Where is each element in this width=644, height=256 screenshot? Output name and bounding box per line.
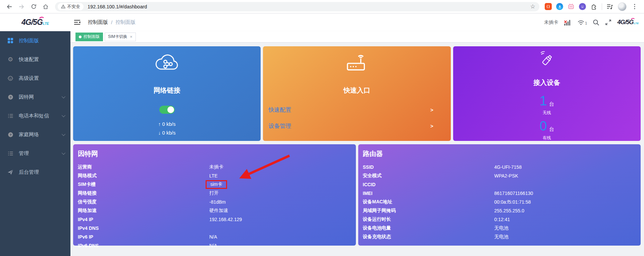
sidebar-item-label: 后台管理: [19, 169, 39, 175]
tags-bar: 控制面版 SIM卡切换 ×: [70, 31, 644, 43]
wireless-count-row: 1 台: [540, 94, 554, 107]
browser-toolbar: 不安全 192.168.100.1/#/dashboard ☆ {}: [0, 0, 644, 13]
info-row-charging-status: 设备充电状态无电池: [363, 233, 636, 241]
row-value: 未插卡: [209, 164, 223, 170]
header-logo: 4G/5GLTE: [617, 19, 639, 26]
info-row-security-mode: 安全模式WPA2-PSK: [363, 171, 636, 180]
wifi-count: 1: [585, 21, 587, 25]
logo-sub-text: LTE: [634, 22, 639, 25]
network-toggle[interactable]: [159, 106, 175, 114]
breadcrumb-root[interactable]: 控制面版: [88, 19, 108, 25]
sidebar-item-label: 快速配置: [19, 56, 39, 63]
row-value: 192.168.42.129: [209, 217, 242, 222]
sidebar-item-backend[interactable]: 后台管理: [0, 163, 70, 182]
quick-setup-link[interactable]: 快速配置 >: [263, 102, 450, 118]
chevron-down-icon: [62, 151, 65, 155]
gear-icon: ⚙: [7, 56, 14, 62]
info-row-ipv6-dns: IPv6 DNSN/A: [78, 241, 351, 250]
internet-panel: 因特网 运营商未插卡 网络模式LTE SIM卡槽sim卡 网络链接打开 信号强度…: [73, 144, 356, 246]
wired-count: 0: [540, 119, 547, 133]
download-speed: ↓ 0 kb/s: [158, 130, 176, 136]
question-circle-icon: ?: [7, 94, 14, 100]
sidebar-item-label: 家庭网络: [19, 132, 39, 138]
sidebar-collapse-icon[interactable]: [74, 19, 80, 25]
info-row-ssid: SSID4G-UFI-7158: [363, 163, 636, 171]
browser-menu-icon[interactable]: [631, 3, 638, 10]
row-value: 无电池: [494, 225, 508, 231]
info-row-network-link: 网络链接打开: [78, 189, 351, 198]
sidebar-item-home-network[interactable]: ? 家庭网络: [0, 125, 70, 144]
tag-dashboard[interactable]: 控制面版: [75, 33, 103, 41]
sidebar-item-advanced[interactable]: 高级设置: [0, 69, 70, 88]
info-row-ipv4-dns: IPv4 DNS: [78, 224, 351, 233]
logo-swoosh: [39, 16, 44, 19]
row-value: 861716071166130: [494, 191, 533, 196]
refresh-icon[interactable]: [28, 1, 39, 12]
row-value: WPA2-PSK: [494, 173, 518, 178]
fullscreen-icon[interactable]: [605, 19, 611, 25]
sidebar-item-label: 控制面版: [19, 38, 39, 44]
app-logo: 4G/5GLTE: [0, 18, 70, 27]
sidebar-item-management[interactable]: 管理: [0, 144, 70, 163]
chevron-down-icon: [62, 132, 65, 136]
sidebar-item-internet[interactable]: ? 因特网: [0, 88, 70, 106]
signal-bars-no-sim-icon: [564, 19, 572, 25]
info-row-signal: 信号强度-81dBm: [78, 198, 351, 206]
url-text[interactable]: 192.168.100.1/#/dashboard: [88, 4, 529, 9]
link-label[interactable]: 设备管理: [268, 122, 291, 130]
row-label: 设备充电状态: [363, 234, 494, 240]
security-chip[interactable]: 不安全: [58, 3, 84, 10]
forward-icon[interactable]: [16, 1, 27, 12]
row-value: 255.255.255.0: [494, 208, 525, 213]
send-icon: [7, 169, 14, 175]
info-row-imei: IMEI861716071166130: [363, 189, 636, 198]
wireless-count: 1: [540, 94, 547, 107]
row-value: 打开: [209, 190, 219, 196]
panel-title: 路由器: [363, 149, 636, 158]
robot-icon: [7, 75, 14, 81]
extension-icon-download[interactable]: [556, 3, 563, 10]
row-value: 4G-UFI-7158: [494, 164, 522, 170]
wired-count-row: 0 台: [540, 119, 554, 133]
usb-dongle-wifi-icon: [535, 51, 559, 67]
quick-entry-card: 快速入口 快速配置 > 设备管理 >: [263, 46, 450, 141]
bookmark-star-icon[interactable]: ☆: [530, 3, 535, 10]
question-circle-icon: ?: [7, 132, 14, 138]
extension-icon-code[interactable]: {}: [545, 3, 552, 10]
address-bar[interactable]: 不安全 192.168.100.1/#/dashboard ☆: [55, 2, 539, 11]
home-icon[interactable]: [40, 1, 51, 12]
profile-avatar[interactable]: [618, 2, 627, 11]
logo-swoosh: [631, 17, 635, 20]
row-value: N/A: [209, 243, 217, 248]
row-value: LTE: [209, 173, 218, 178]
row-label: ICCID: [363, 182, 494, 187]
info-row-sim-slot: SIM卡槽sim卡: [78, 180, 351, 189]
media-list-icon[interactable]: [606, 3, 613, 10]
back-icon[interactable]: [4, 1, 15, 12]
tag-sim-switch[interactable]: SIM卡切换 ×: [105, 33, 136, 41]
sidebar-item-quick-setup[interactable]: ⚙ 快速配置: [0, 50, 70, 69]
row-label: 局域网子网掩码: [363, 208, 494, 214]
link-label[interactable]: 快速配置: [268, 106, 291, 114]
list-icon: [7, 113, 14, 119]
sidebar-item-label: 高级设置: [19, 75, 39, 82]
extension-icon-tv[interactable]: [568, 3, 575, 10]
list-icon: [7, 151, 14, 156]
sidebar-item-dashboard[interactable]: 控制面版: [0, 31, 70, 50]
row-label: 安全模式: [363, 173, 494, 179]
sidebar-item-phonebook-sms[interactable]: 电话本和短信: [0, 106, 70, 125]
device-management-link[interactable]: 设备管理 >: [263, 118, 450, 134]
search-icon[interactable]: [593, 19, 599, 26]
extensions-puzzle-icon[interactable]: [590, 3, 597, 10]
row-value: N/A: [209, 234, 217, 240]
logo-text: 4G/5G: [21, 18, 43, 27]
sidebar-item-label: 管理: [19, 150, 29, 157]
cloud-share-icon: [153, 53, 181, 72]
wireless-label: 无线: [543, 110, 551, 116]
extension-icon-face[interactable]: [579, 3, 586, 10]
svg-text:?: ?: [9, 95, 11, 99]
row-label: 设备运行时长: [363, 216, 494, 222]
close-icon[interactable]: ×: [130, 34, 132, 39]
row-label: 运营商: [78, 164, 209, 170]
sidebar-item-label: 电话本和短信: [19, 113, 49, 119]
